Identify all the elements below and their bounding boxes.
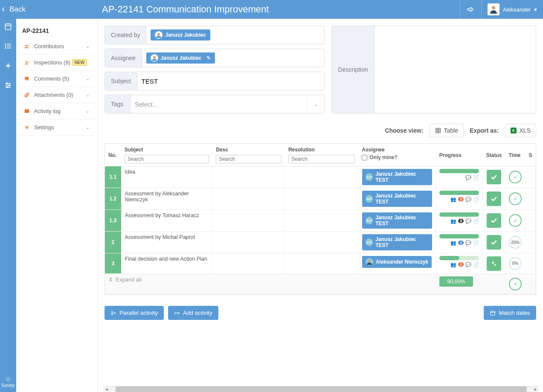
svg-point-15	[6, 83, 7, 84]
row-status[interactable]	[483, 232, 505, 253]
subject-search[interactable]	[125, 155, 209, 163]
parallel-activity-button[interactable]: Parallel activity	[105, 306, 164, 320]
survey-button[interactable]: ☆ Survey	[1, 375, 15, 388]
row-subject: Assessment by Tomasz Haracz	[121, 210, 212, 232]
parallel-icon	[110, 310, 116, 316]
assignee-chip[interactable]: JJTJanusz Jakubiec TEST	[362, 191, 433, 207]
announce-button[interactable]	[460, 0, 481, 19]
assignee-chip[interactable]: JJTJanusz Jakubiec TEST	[362, 169, 433, 185]
view-table-button[interactable]: Table	[430, 124, 464, 137]
only-mine-checkbox[interactable]: Only mine?	[362, 154, 433, 160]
row-subject: Idea	[121, 166, 212, 188]
row-status[interactable]	[483, 166, 505, 188]
assignee-chip[interactable]: JJTJanusz Jakubiec TEST	[362, 212, 433, 229]
avatar-icon: JJT	[366, 217, 373, 224]
add-activity-button[interactable]: Add activity	[168, 306, 218, 320]
new-badge: NEW	[72, 59, 87, 66]
add-activity-icon	[174, 310, 180, 316]
table-row[interactable]: 1.1IdeaJJTJanusz Jakubiec TEST💬📄✓	[105, 166, 536, 188]
svg-rect-36	[177, 312, 177, 313]
row-assignee: JJTJanusz Jakubiec TEST	[358, 232, 436, 253]
horizontal-scrollbar[interactable]: ◄ ►	[104, 386, 539, 392]
col-time: Time	[505, 144, 525, 166]
description-box: Description	[331, 26, 536, 113]
row-s	[525, 253, 535, 274]
table-row[interactable]: 3Final decision and new Action PlanAleks…	[105, 253, 536, 274]
export-label: Export as:	[470, 127, 499, 134]
scroll-left-icon[interactable]: ◄	[104, 386, 110, 392]
subject-input[interactable]	[142, 78, 320, 85]
users-icon: 👥	[450, 197, 456, 202]
chevron-down-icon: ⌄	[86, 92, 90, 98]
scroll-right-icon[interactable]: ►	[533, 386, 539, 392]
check-circle-icon: ✓	[509, 171, 522, 183]
sidebar-item-settings[interactable]: Settings ⌄	[18, 119, 96, 136]
expand-all-button[interactable]: ⇕ Expand all	[108, 276, 142, 283]
row-status[interactable]	[483, 210, 505, 232]
map-icon	[24, 108, 30, 114]
user-menu[interactable]: Aleksander ▾	[481, 0, 543, 19]
col-assignee: Assignee Only mine?	[358, 144, 436, 166]
scroll-thumb[interactable]	[116, 386, 527, 392]
list-icon[interactable]	[3, 41, 13, 51]
time-progress: 20%	[509, 236, 522, 249]
row-resolution	[285, 188, 358, 210]
doc-icon: 📄	[473, 262, 479, 267]
svg-rect-38	[491, 311, 495, 315]
row-time: 0%	[505, 253, 525, 274]
sliders-icon[interactable]	[3, 80, 13, 90]
table-row[interactable]: 2Assessment by Michal PaprotJJTJanusz Ja…	[105, 232, 536, 253]
calendar-icon[interactable]	[3, 21, 13, 32]
assignee-chip[interactable]: JJTJanusz Jakubiec TEST	[362, 234, 433, 250]
row-status[interactable]	[483, 188, 505, 210]
svg-point-19	[27, 45, 29, 46]
row-status[interactable]	[483, 253, 505, 274]
chevron-down-icon[interactable]: ⌄	[307, 95, 324, 113]
row-resolution	[285, 253, 358, 274]
assignee-chip[interactable]: Aleksander Niemczyk	[362, 256, 432, 268]
assignee-chip[interactable]: Janusz Jakubiec ✎	[146, 52, 215, 64]
tags-select[interactable]: Select...	[131, 95, 307, 113]
chevron-down-icon: ⌄	[86, 108, 90, 114]
created-by-chip[interactable]: Janusz Jakubiec	[151, 29, 210, 41]
count-badge: 3	[458, 197, 464, 201]
activities-table: No. Subject Desc Resolution Assignee Onl…	[105, 143, 536, 295]
table-row[interactable]: 1.3Assessment by Tomasz HaraczJJTJanusz …	[105, 210, 536, 232]
check-icon	[490, 195, 498, 203]
add-icon[interactable]	[3, 61, 13, 71]
left-rail: ☆ Survey	[0, 0, 16, 392]
row-assignee: JJTJanusz Jakubiec TEST	[358, 210, 436, 232]
chat-icon: 💬	[465, 175, 471, 180]
table-row[interactable]: 1.2Assessment by Aleksander NiemczykJJTJ…	[105, 188, 536, 210]
sidebar-item-activity-log[interactable]: Activity log ⌄	[18, 103, 96, 119]
match-dates-button[interactable]: Match dates	[484, 306, 536, 320]
count-badge: 1	[458, 241, 464, 245]
sidebar-item-contributors[interactable]: Contributors ⌄	[18, 38, 96, 55]
sidebar-item-comments[interactable]: Comments (5) ⌄	[18, 71, 96, 87]
back-button[interactable]: Back	[0, 5, 98, 14]
record-code: AP-22141	[16, 21, 97, 38]
sidebar-item-inspections[interactable]: Inspections (9) NEW	[18, 55, 96, 71]
resolution-search[interactable]	[288, 155, 355, 163]
row-progress: 👥3💬📄	[436, 188, 483, 210]
svg-point-20	[26, 61, 27, 62]
svg-point-22	[492, 6, 495, 9]
field-assignee: Assignee Janusz Jakubiec ✎	[105, 49, 325, 67]
avatar-icon	[155, 31, 163, 39]
count-badge: 3	[458, 219, 464, 223]
row-subject: Final decision and new Action Plan	[121, 253, 212, 274]
doc-icon: 📄	[473, 218, 479, 224]
svg-point-31	[494, 264, 496, 266]
gears-icon	[490, 260, 498, 267]
row-number: 3	[105, 253, 121, 274]
sidebar-item-attachments[interactable]: Attachments (0) ⌄	[18, 87, 96, 103]
page-title: AP-22141 Communication Improvement	[98, 4, 460, 15]
export-xls-button[interactable]: X XLS	[505, 124, 536, 137]
row-assignee: JJTJanusz Jakubiec TEST	[358, 166, 436, 188]
description-input[interactable]	[375, 26, 536, 113]
col-progress: Progress	[436, 144, 483, 166]
choose-view-label: Choose view:	[385, 127, 423, 134]
desc-search[interactable]	[216, 155, 282, 163]
edit-icon[interactable]: ✎	[206, 55, 211, 61]
check-icon: ✓	[509, 278, 522, 290]
